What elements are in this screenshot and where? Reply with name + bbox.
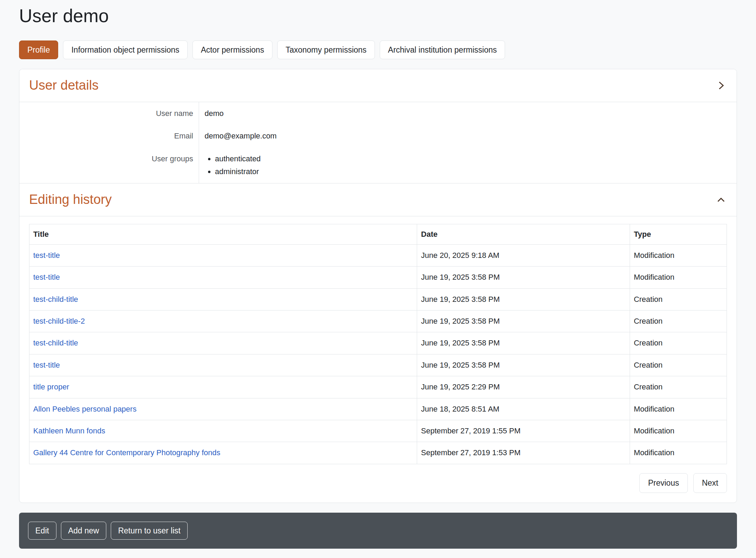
user-details-header[interactable]: User details [19,69,737,102]
record-link[interactable]: test-title [33,273,60,281]
table-row: Gallery 44 Centre for Contemporary Photo… [29,442,727,464]
tab-profile[interactable]: Profile [19,40,58,60]
record-date: June 19, 2025 3:58 PM [417,310,630,332]
record-date: June 19, 2025 3:58 PM [417,267,630,288]
record-date: September 27, 2019 1:55 PM [417,420,630,442]
edit-button[interactable]: Edit [28,522,56,540]
table-row: test-title June 19, 2025 3:58 PM Creatio… [29,354,727,376]
user-groups-list: authenticated administrator [205,154,261,177]
record-type: Creation [630,288,727,310]
record-type: Modification [630,398,727,420]
chevron-up-icon [715,194,727,206]
record-date: June 18, 2025 8:51 AM [417,398,630,420]
record-type: Creation [630,310,727,332]
record-date: June 19, 2025 3:58 PM [417,288,630,310]
record-link[interactable]: test-title [33,361,60,369]
user-groups-value: authenticated administrator [199,147,266,183]
table-row: test-child-title June 19, 2025 3:58 PM C… [29,288,727,310]
username-value: demo [199,102,229,125]
record-type: Modification [630,244,727,266]
add-new-button[interactable]: Add new [61,522,107,540]
record-link[interactable]: Kathleen Munn fonds [33,426,105,435]
record-date: June 19, 2025 3:58 PM [417,332,630,354]
record-date: June 20, 2025 9:18 AM [417,244,630,266]
user-details-section: User details User name demo Email demo@e… [19,69,737,183]
editing-history-title: Editing history [29,192,112,208]
user-group-item: authenticated [215,154,261,164]
email-label: Email [19,125,199,147]
column-header-title: Title [29,224,417,244]
table-row: title proper June 19, 2025 2:29 PM Creat… [29,376,727,398]
record-type: Creation [630,332,727,354]
record-link[interactable]: test-title [33,251,60,260]
table-row: test-child-title-2 June 19, 2025 3:58 PM… [29,310,727,332]
previous-button[interactable]: Previous [639,473,687,493]
page-title: User demo [19,5,737,27]
record-link[interactable]: test-child-title [33,339,78,347]
record-type: Modification [630,420,727,442]
chevron-right-icon [715,80,727,91]
tab-actor-permissions[interactable]: Actor permissions [192,40,272,60]
pagination: Previous Next [29,473,727,493]
tab-archival-institution-permissions[interactable]: Archival institution permissions [380,40,505,60]
record-link[interactable]: title proper [33,382,69,391]
user-profile-page: User demo Profile Information object per… [0,0,756,557]
record-type: Creation [630,354,727,376]
record-type: Modification [630,267,727,288]
username-label: User name [19,102,199,125]
record-link[interactable]: Allon Peebles personal papers [33,405,136,413]
record-link[interactable]: test-child-title [33,295,78,304]
record-date: June 19, 2025 3:58 PM [417,354,630,376]
tab-bar: Profile Information object permissions A… [19,40,737,60]
editing-history-section: Editing history Title Date [19,183,737,503]
record-date: September 27, 2019 1:53 PM [417,442,630,464]
profile-card: User details User name demo Email demo@e… [19,69,737,503]
column-header-date: Date [417,224,630,244]
table-row: test-title June 19, 2025 3:58 PM Modific… [29,267,727,288]
record-link[interactable]: test-child-title-2 [33,317,85,325]
user-details-title: User details [29,78,99,93]
detail-row-user-groups: User groups authenticated administrator [19,147,737,183]
table-row: Allon Peebles personal papers June 18, 2… [29,398,727,420]
table-row: Kathleen Munn fonds September 27, 2019 1… [29,420,727,442]
record-type: Modification [630,442,727,464]
table-row: test-child-title June 19, 2025 3:58 PM C… [29,332,727,354]
return-to-user-list-button[interactable]: Return to user list [111,522,188,540]
editing-history-table: Title Date Type test-title June 20, 2025… [29,224,727,464]
record-date: June 19, 2025 2:29 PM [417,376,630,398]
editing-history-body: Title Date Type test-title June 20, 2025… [19,216,737,503]
user-groups-label: User groups [19,147,199,183]
tab-information-object-permissions[interactable]: Information object permissions [63,40,188,60]
action-bar: Edit Add new Return to user list [19,513,737,549]
record-link[interactable]: Gallery 44 Centre for Contemporary Photo… [33,448,220,457]
table-row: test-title June 20, 2025 9:18 AM Modific… [29,244,727,266]
detail-row-username: User name demo [19,102,737,125]
detail-row-email: Email demo@example.com [19,125,737,147]
column-header-type: Type [630,224,727,244]
user-details-table: User name demo Email demo@example.com Us… [19,102,737,183]
user-group-item: administrator [215,167,261,177]
next-button[interactable]: Next [693,473,727,493]
email-value: demo@example.com [199,125,282,147]
editing-history-header[interactable]: Editing history [19,183,737,216]
table-header-row: Title Date Type [29,224,727,244]
record-type: Creation [630,376,727,398]
tab-taxonomy-permissions[interactable]: Taxonomy permissions [277,40,375,60]
